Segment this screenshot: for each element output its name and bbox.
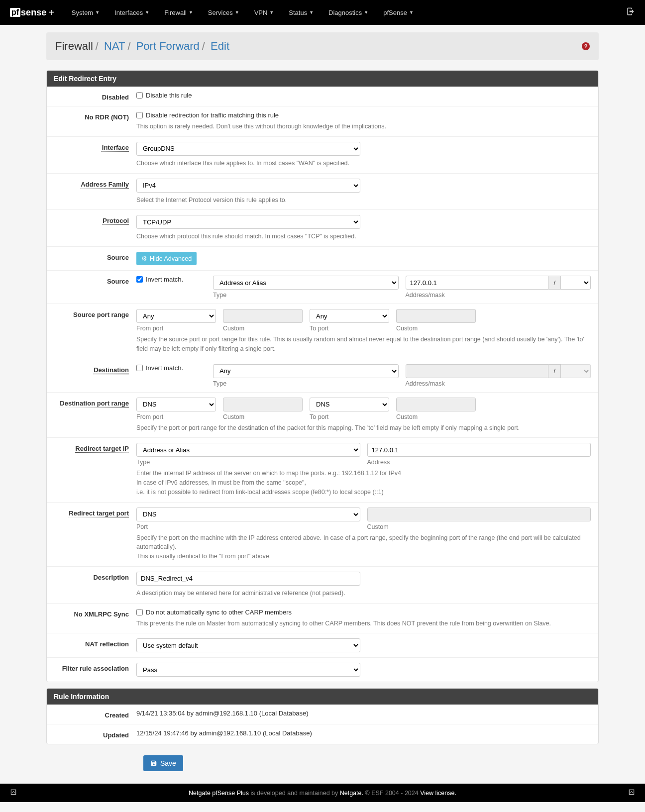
protocol-select[interactable]: TCP/UDP: [136, 215, 360, 229]
nav-firewall[interactable]: Firewall▼: [157, 9, 201, 16]
addrfam-select[interactable]: IPv4: [136, 179, 360, 193]
footer: Netgate pfSense Plus is developed and ma…: [0, 784, 645, 802]
logo[interactable]: pfsense+: [10, 7, 54, 18]
redirip-type-select[interactable]: Address or Alias: [136, 443, 360, 457]
nav-services[interactable]: Services▼: [201, 9, 247, 16]
label-interface: Interface: [47, 142, 136, 151]
sport-custom1-input: [223, 309, 303, 323]
label-dest: Destination: [47, 364, 136, 374]
label-nordr: No RDR (NOT): [47, 111, 136, 121]
caret-icon: ▼: [269, 10, 274, 15]
nav-system[interactable]: System▼: [64, 9, 107, 16]
panel-header: Edit Redirect Entry: [47, 71, 598, 87]
footer-license-link[interactable]: View license.: [420, 790, 456, 797]
label-noxml: No XMLRPC Sync: [47, 609, 136, 618]
gear-icon: [141, 255, 147, 262]
label-natrefl: NAT reflection: [47, 638, 136, 648]
dest-addr-input: [406, 364, 549, 378]
nav-interfaces[interactable]: Interfaces▼: [107, 9, 157, 16]
footer-right-icon[interactable]: [628, 789, 635, 797]
dport-custom1-input: [223, 398, 303, 411]
dest-invert-checkbox[interactable]: [136, 365, 143, 371]
save-icon: [150, 760, 157, 767]
disabled-checkbox[interactable]: [136, 92, 143, 99]
caret-icon: ▼: [364, 10, 368, 15]
sport-from-select[interactable]: Any: [136, 309, 216, 323]
label-addrfam: Address Family: [47, 179, 136, 188]
sport-custom2-input: [396, 309, 476, 323]
label-redirip: Redirect target IP: [47, 443, 136, 452]
info-panel: Rule Information Created 9/14/21 13:35:0…: [46, 688, 599, 744]
label-sport: Source port range: [47, 309, 136, 318]
panel-header-info: Rule Information: [47, 689, 598, 705]
caret-icon: ▼: [235, 10, 239, 15]
filter-select[interactable]: Pass: [136, 663, 360, 677]
label-updated: Updated: [47, 729, 136, 739]
dport-custom2-input: [396, 398, 476, 411]
source-mask-select[interactable]: [561, 276, 591, 290]
breadcrumb: Firewall/ NAT/ Port Forward/ Edit: [55, 40, 229, 53]
label-created: Created: [47, 710, 136, 719]
nav-status[interactable]: Status▼: [281, 9, 321, 16]
logout-icon[interactable]: [626, 7, 635, 18]
label-redirport: Redirect target port: [47, 508, 136, 517]
redirport-select[interactable]: DNS: [136, 508, 360, 521]
source-invert-checkbox[interactable]: [136, 276, 143, 283]
caret-icon: ▼: [409, 10, 414, 15]
footer-netgate-link[interactable]: Netgate.: [340, 790, 363, 797]
caret-icon: ▼: [95, 10, 100, 15]
nav-vpn[interactable]: VPN▼: [247, 9, 282, 16]
interface-select[interactable]: GroupDNS: [136, 142, 360, 156]
natrefl-select[interactable]: Use system default: [136, 638, 360, 652]
dport-to-select[interactable]: DNS: [310, 398, 389, 411]
save-button[interactable]: Save: [143, 755, 183, 771]
label-descr: Description: [47, 572, 136, 581]
updated-value: 12/15/24 19:47:46 by admin@192.168.1.10 …: [136, 729, 598, 737]
breadcrumb-firewall: Firewall: [55, 40, 93, 52]
source-type-select[interactable]: Address or Alias: [213, 276, 399, 290]
source-addr-input[interactable]: [406, 276, 549, 290]
hide-advanced-button[interactable]: Hide Advanced: [136, 252, 197, 265]
edit-panel: Edit Redirect Entry Disabled Disable thi…: [46, 70, 599, 682]
footer-product-link[interactable]: Netgate pfSense Plus: [189, 790, 249, 797]
label-disabled: Disabled: [47, 92, 136, 101]
dest-type-select[interactable]: Any: [213, 364, 399, 378]
nav-diagnostics[interactable]: Diagnostics▼: [321, 9, 376, 16]
label-dport: Destination port range: [47, 398, 136, 407]
breadcrumb-portforward[interactable]: Port Forward: [136, 40, 200, 52]
breadcrumb-edit[interactable]: Edit: [211, 40, 229, 52]
breadcrumb-nat[interactable]: NAT: [104, 40, 125, 52]
nordr-checkbox[interactable]: [136, 112, 143, 118]
dport-from-select[interactable]: DNS: [136, 398, 216, 411]
label-source: Source: [47, 276, 136, 285]
redirip-addr-input[interactable]: [367, 443, 591, 457]
caret-icon: ▼: [145, 10, 149, 15]
created-value: 9/14/21 13:35:04 by admin@192.168.1.10 (…: [136, 710, 598, 717]
sport-to-select[interactable]: Any: [310, 309, 389, 323]
redirport-custom-input: [367, 508, 591, 521]
descr-input[interactable]: [136, 572, 360, 586]
footer-left-icon[interactable]: [10, 789, 17, 797]
nav-pfsense[interactable]: pfSense▼: [376, 9, 421, 16]
dest-mask-select: [561, 364, 591, 378]
noxml-checkbox[interactable]: [136, 609, 143, 615]
help-icon[interactable]: ?: [582, 42, 590, 50]
label-protocol: Protocol: [47, 215, 136, 224]
caret-icon: ▼: [189, 10, 193, 15]
breadcrumb-bar: Firewall/ NAT/ Port Forward/ Edit ?: [46, 32, 599, 60]
caret-icon: ▼: [309, 10, 314, 15]
label-source-btn: Source: [47, 252, 136, 261]
navbar: pfsense+ System▼ Interfaces▼ Firewall▼ S…: [0, 0, 645, 25]
label-filter: Filter rule association: [47, 663, 136, 672]
